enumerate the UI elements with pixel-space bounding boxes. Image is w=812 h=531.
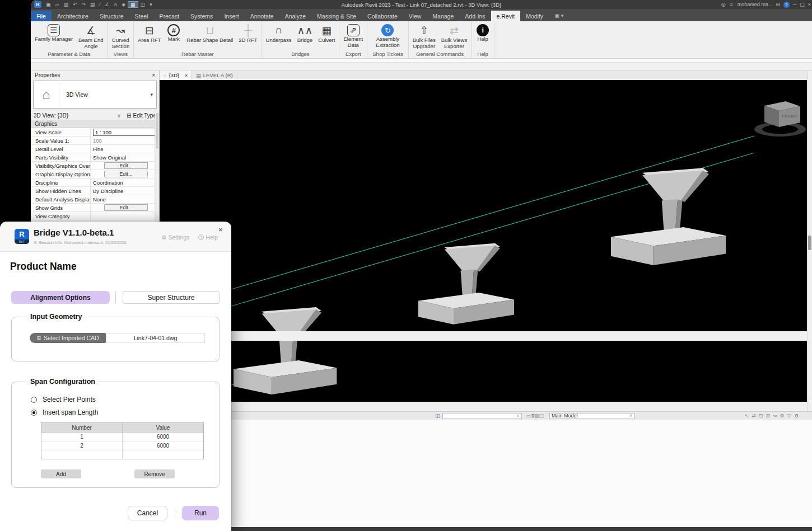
pier-model-3[interactable] (611, 168, 726, 265)
remove-button[interactable]: Remove (134, 469, 175, 478)
beam-end-angle-button[interactable]: ∡ Beam End Angle (76, 23, 105, 50)
user-icon[interactable]: ☺ (729, 2, 734, 7)
tab-erevit[interactable]: e.Revit (491, 11, 521, 21)
open-icon[interactable]: ▱ (53, 2, 62, 7)
insert-span-length-radio[interactable] (31, 410, 37, 416)
family-manager-button[interactable]: ☰ Family Manager (32, 23, 75, 43)
type-selector[interactable]: ⌂ 3D View ▾ (33, 81, 157, 109)
help-link[interactable]: ? Help (198, 234, 218, 241)
tab-insert[interactable]: Insert (218, 11, 244, 21)
editable-only-icon[interactable]: ▱ (526, 413, 530, 419)
underpass-button[interactable]: ∩ Underpass (264, 23, 294, 44)
help-icon[interactable]: ? (783, 2, 790, 8)
text-icon[interactable]: A (111, 2, 119, 7)
cell-value[interactable]: 6000 (123, 441, 203, 450)
type-selector-arrow-icon[interactable]: ▾ (150, 92, 153, 97)
switch-windows-icon[interactable]: ◫ (138, 2, 148, 7)
edit-type-button[interactable]: ⊞ Edit Type (127, 112, 156, 119)
prop-value[interactable]: By Discipline (90, 187, 159, 195)
tab-architecture[interactable]: Architecture (52, 11, 94, 21)
add-button[interactable]: Add (41, 469, 81, 478)
search-icon[interactable]: ◎ (721, 2, 726, 7)
undo-icon[interactable]: ↶ (71, 2, 80, 7)
section-graphics[interactable]: Graphics (31, 120, 159, 128)
tab-annotate[interactable]: Annotate (245, 11, 279, 21)
tab-steel[interactable]: Steel (129, 11, 154, 21)
tab-precast[interactable]: Precast (154, 11, 185, 21)
prop-value[interactable] (90, 128, 159, 136)
print-icon[interactable]: ▤ (88, 2, 97, 7)
prop-value[interactable] (90, 212, 159, 220)
view-scale-input[interactable] (93, 129, 156, 136)
qat-customize-arrow-icon[interactable]: ▾ (147, 2, 155, 7)
view-tab-3d[interactable]: ⌂ {3D} × (160, 71, 192, 80)
panel-display-arrow-icon[interactable]: ▾ (561, 13, 564, 18)
properties-close-icon[interactable]: × (152, 72, 155, 78)
prop-value[interactable]: Coordination (90, 178, 159, 186)
thin-lines-icon[interactable]: ▦ (128, 1, 138, 8)
tab-view[interactable]: View (403, 11, 427, 21)
redo-icon[interactable]: ↷ (80, 2, 88, 7)
tab-super-structure[interactable]: Super Structure (123, 291, 220, 304)
maximize-button[interactable]: ▢ (800, 2, 805, 7)
rebar-shape-detail-button[interactable]: ⊔ Rebar Shape Detail (184, 23, 235, 44)
mark-button[interactable]: # Mark (164, 23, 183, 43)
tab-systems[interactable]: Systems (185, 11, 218, 21)
vg-overrides-edit-button[interactable]: Edit... (104, 162, 148, 169)
tab-manage[interactable]: Manage (427, 11, 459, 21)
2d-rft-button[interactable]: ┼ 2D RFT (236, 23, 259, 44)
measure-icon[interactable]: ∕ (97, 2, 103, 7)
settings-link[interactable]: ⚙ Settings (161, 234, 189, 241)
imported-cad-filename-field[interactable] (106, 333, 205, 343)
worksets-icon[interactable]: ◫ (435, 413, 440, 419)
select-by-face-icon[interactable]: ⊞ (766, 413, 770, 419)
pier-model-1[interactable] (234, 307, 337, 394)
settings-gear-icon[interactable]: ⚙ (780, 413, 784, 419)
instance-chevron-icon[interactable]: ∨ (117, 112, 121, 119)
tab-analyze[interactable]: Analyze (279, 11, 311, 21)
cell-number[interactable]: 1 (41, 433, 123, 441)
workset-dropdown[interactable]: ∨ (442, 413, 522, 419)
panel-display-icon[interactable]: ▣ (554, 13, 559, 18)
select-links-icon[interactable]: ↖ (745, 413, 749, 419)
culvert-button[interactable]: ▦ Culvert (316, 23, 337, 44)
cancel-button[interactable]: Cancel (128, 506, 167, 520)
prop-value[interactable]: Fine (90, 145, 159, 153)
cell-number[interactable]: 2 (41, 441, 123, 450)
view-cube[interactable]: FRONT (754, 101, 806, 137)
status-icon-b[interactable]: ▢ (539, 413, 544, 419)
filter-icon[interactable]: ▽ (787, 413, 791, 419)
viewport-scrollbar[interactable] (807, 71, 812, 411)
prop-value[interactable]: Show Original (90, 153, 159, 161)
pier-model-2[interactable] (418, 243, 514, 325)
minimize-button[interactable]: ─ (793, 2, 796, 7)
default-3d-view-icon[interactable]: ◈ (119, 2, 128, 7)
cell-value[interactable]: 6000 (123, 433, 203, 441)
element-data-button[interactable]: ⇗ Element Data (341, 23, 365, 49)
bulk-views-exporter-button[interactable]: ⇄ Bulk Views Exporter (439, 23, 469, 50)
show-grids-edit-button[interactable]: Edit... (104, 204, 148, 211)
cell-value[interactable] (123, 450, 203, 459)
graphic-display-edit-button[interactable]: Edit... (104, 171, 148, 177)
help-button[interactable]: i Help (473, 23, 492, 43)
curved-section-button[interactable]: ↝ Curved Section (109, 23, 132, 50)
close-button[interactable]: × (808, 2, 811, 7)
prop-value[interactable]: None (90, 195, 159, 203)
assembly-extraction-button[interactable]: ↻ Assembly Extraction (374, 23, 402, 49)
tab-alignment-options[interactable]: Alignment Options (11, 291, 110, 304)
cell-number[interactable] (41, 450, 123, 459)
view-tab-level-a[interactable]: ▤ LEVEL A (R) (192, 71, 237, 80)
dimension-icon[interactable]: ∠ (102, 2, 111, 7)
tab-file[interactable]: File (31, 11, 52, 21)
tab-structure[interactable]: Structure (94, 11, 129, 21)
tab-add-ins[interactable]: Add-Ins (459, 11, 491, 21)
run-button[interactable]: Run (182, 506, 219, 520)
select-pier-points-radio[interactable] (31, 397, 37, 403)
select-imported-cad-button[interactable]: ⊞ Select Imported CAD (30, 333, 106, 343)
view-tab-close-icon[interactable]: × (185, 73, 188, 78)
area-rft-button[interactable]: ⊟ Area RFT (136, 23, 163, 44)
select-pinned-icon[interactable]: ⊡ (759, 413, 763, 419)
file-tabs-icon[interactable]: ▣ (44, 2, 53, 7)
dialog-close-button[interactable]: × (218, 225, 223, 234)
tab-massing-site[interactable]: Massing & Site (311, 11, 362, 21)
